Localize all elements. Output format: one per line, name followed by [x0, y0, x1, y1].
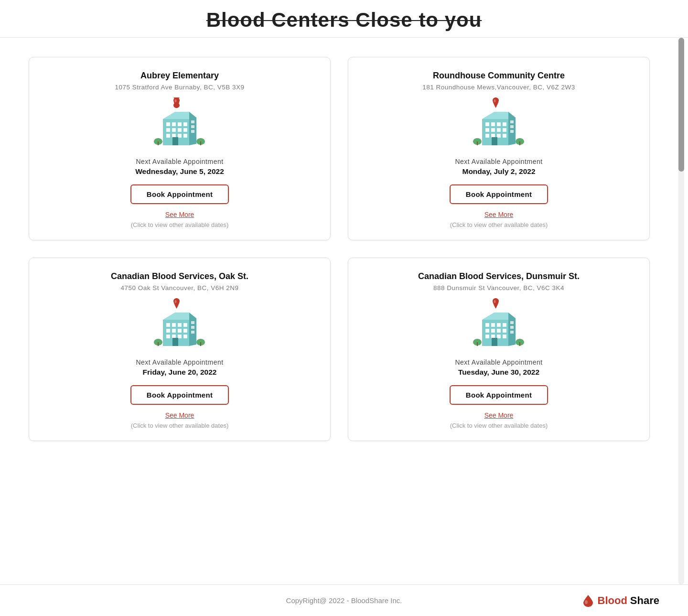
svg-rect-56: [172, 329, 176, 333]
svg-rect-40: [510, 120, 514, 123]
svg-rect-5: [178, 122, 182, 126]
svg-rect-9: [178, 128, 182, 132]
page-wrapper: Blood Centers Close to you Aubrey Elemen…: [0, 0, 688, 616]
svg-rect-28: [491, 122, 495, 126]
card-oak-book-btn[interactable]: Book Appointment: [130, 385, 229, 405]
card-aubrey-see-more[interactable]: See More: [165, 211, 194, 218]
svg-rect-59: [166, 335, 170, 338]
svg-rect-68: [158, 342, 159, 346]
svg-rect-70: [200, 342, 201, 346]
card-dunsmuir-see-more[interactable]: See More: [484, 411, 514, 419]
svg-rect-54: [183, 323, 187, 327]
svg-marker-49: [163, 313, 189, 320]
svg-rect-44: [477, 141, 478, 145]
svg-rect-29: [497, 122, 501, 126]
svg-rect-4: [172, 122, 176, 126]
card-oak-next-label: Next Available Appointment: [136, 358, 223, 366]
card-dunsmuir-next-label: Next Available Appointment: [455, 358, 542, 366]
svg-rect-36: [491, 134, 495, 138]
card-aubrey-name: Aubrey Elementary: [140, 71, 219, 81]
svg-rect-86: [503, 335, 506, 338]
card-oak-hint: (Click to view other available dates): [131, 422, 228, 429]
card-roundhouse-next-label: Next Available Appointment: [455, 158, 542, 165]
svg-rect-65: [191, 326, 194, 329]
svg-rect-80: [491, 329, 495, 333]
svg-rect-15: [172, 137, 178, 145]
svg-rect-76: [491, 323, 495, 327]
svg-rect-10: [183, 128, 187, 132]
svg-rect-77: [497, 323, 501, 327]
svg-rect-33: [497, 128, 501, 132]
svg-rect-30: [503, 122, 506, 126]
svg-rect-51: [166, 323, 170, 327]
svg-marker-25: [482, 112, 508, 119]
card-roundhouse-see-more[interactable]: See More: [484, 211, 514, 218]
svg-rect-83: [485, 335, 489, 338]
svg-point-96: [585, 600, 588, 604]
svg-rect-78: [503, 323, 506, 327]
svg-rect-14: [183, 134, 187, 138]
card-oak-name: Canadian Blood Services, Oak St.: [111, 271, 248, 281]
svg-rect-22: [200, 141, 201, 145]
svg-rect-6: [183, 122, 187, 126]
svg-point-23: [175, 99, 177, 102]
card-oak-icon: [151, 298, 208, 351]
svg-rect-35: [485, 134, 489, 138]
card-aubrey-hint: (Click to view other available dates): [131, 221, 228, 228]
card-aubrey-address: 1075 Stratford Ave Burnaby, BC, V5B 3X9: [115, 84, 244, 91]
svg-rect-31: [485, 128, 489, 132]
svg-rect-94: [519, 342, 520, 346]
svg-rect-57: [178, 329, 182, 333]
svg-rect-81: [497, 329, 501, 333]
card-roundhouse-icon: [470, 97, 527, 150]
card-roundhouse-book-btn[interactable]: Book Appointment: [450, 184, 548, 204]
card-roundhouse: Roundhouse Community Centre 181 Roundhou…: [348, 57, 650, 240]
svg-rect-8: [172, 128, 176, 132]
svg-rect-11: [166, 134, 170, 138]
card-oak-address: 4750 Oak St Vancouver, BC, V6H 2N9: [120, 284, 238, 292]
svg-rect-7: [166, 128, 170, 132]
svg-marker-1: [163, 112, 189, 119]
card-dunsmuir-book-btn[interactable]: Book Appointment: [450, 385, 548, 405]
svg-rect-42: [510, 130, 514, 133]
card-aubrey-icon: [151, 97, 208, 150]
svg-rect-85: [497, 335, 501, 338]
svg-rect-64: [191, 321, 194, 324]
card-aubrey-next-label: Next Available Appointment: [136, 158, 223, 165]
svg-rect-37: [497, 134, 501, 138]
svg-point-47: [494, 99, 496, 102]
svg-rect-32: [491, 128, 495, 132]
svg-rect-92: [477, 342, 478, 346]
svg-rect-66: [191, 331, 194, 334]
card-aubrey-date: Wednesday, June 5, 2022: [135, 167, 224, 176]
svg-point-71: [175, 300, 177, 303]
scrollbar-track[interactable]: [678, 38, 684, 584]
page-title: Blood Centers Close to you: [0, 9, 688, 32]
svg-rect-20: [158, 141, 159, 145]
svg-rect-84: [491, 335, 495, 338]
scrollbar-thumb[interactable]: [678, 38, 684, 172]
card-oak: Canadian Blood Services, Oak St. 4750 Oa…: [29, 258, 331, 441]
svg-rect-18: [191, 130, 194, 133]
card-roundhouse-date: Monday, July 2, 2022: [462, 167, 535, 176]
cards-row-2: Canadian Blood Services, Oak St. 4750 Oa…: [29, 258, 650, 441]
svg-rect-39: [492, 137, 497, 145]
header-section: Blood Centers Close to you: [0, 0, 688, 38]
card-aubrey-book-btn[interactable]: Book Appointment: [130, 184, 229, 204]
card-oak-see-more[interactable]: See More: [165, 411, 194, 419]
svg-rect-13: [178, 134, 182, 138]
footer: CopyRight@ 2022 - BloodShare Inc. BloodS…: [0, 584, 688, 616]
card-dunsmuir-icon: [470, 298, 527, 351]
svg-rect-58: [183, 329, 187, 333]
bloodshare-logo-icon: [581, 594, 595, 607]
card-aubrey: Aubrey Elementary 1075 Stratford Ave Bur…: [29, 57, 331, 240]
svg-marker-50: [189, 313, 196, 346]
svg-rect-52: [172, 323, 176, 327]
card-roundhouse-address: 181 Roundhouse Mews,Vancouver, BC, V6Z 2…: [422, 84, 575, 91]
svg-rect-89: [510, 326, 514, 329]
svg-rect-79: [485, 329, 489, 333]
svg-rect-55: [166, 329, 170, 333]
svg-rect-63: [172, 338, 178, 346]
svg-rect-46: [519, 141, 520, 145]
main-content: Aubrey Elementary 1075 Stratford Ave Bur…: [0, 38, 688, 584]
